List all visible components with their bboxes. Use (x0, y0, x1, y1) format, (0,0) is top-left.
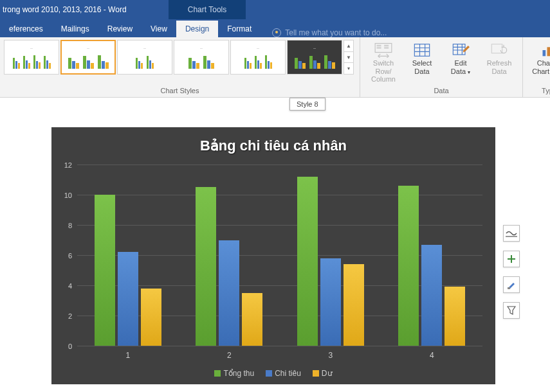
refresh-data-button: Refresh Data (480, 40, 518, 86)
funnel-icon (507, 306, 516, 315)
bar[interactable] (398, 186, 419, 346)
y-axis-label: 12 (64, 161, 72, 169)
chart-type-icon (540, 42, 550, 58)
layout-options-button[interactable] (503, 225, 520, 242)
chart-side-buttons (503, 225, 520, 319)
chart-styles-gallery: — — — — — — ▲ ▼ ▾ (4, 40, 356, 75)
tell-me-placeholder: Tell me what you want to do... (285, 28, 387, 37)
x-axis-label: 2 (227, 351, 232, 360)
legend-swatch (266, 370, 272, 377)
plot-area[interactable]: 0246810121234 (77, 165, 482, 346)
bar-group: 3 (280, 165, 381, 346)
title-bar: trong word 2010, 2013, 2016 - Word Chart… (0, 0, 550, 19)
tab-review[interactable]: Review (98, 21, 142, 37)
gallery-up-icon[interactable]: ▲ (344, 40, 353, 52)
chart-style-1[interactable]: — (4, 40, 59, 75)
legend-item[interactable]: Chi tiêu (266, 369, 301, 378)
edit-data-button[interactable]: Edit Data ▾ (441, 40, 480, 86)
y-axis-label: 10 (64, 192, 72, 199)
chart-styles-group: — — — — — — ▲ ▼ ▾ Chart Styles (0, 37, 360, 97)
dropdown-icon: ▾ (468, 69, 470, 75)
grid-edit-icon (452, 42, 470, 58)
chart-style-4[interactable]: — (174, 40, 229, 75)
tab-references[interactable]: eferences (0, 21, 52, 37)
tab-mailings[interactable]: Mailings (52, 21, 98, 37)
layout-icon (506, 229, 517, 238)
bar[interactable] (445, 287, 465, 346)
bar[interactable] (196, 187, 216, 346)
gallery-down-icon[interactable]: ▼ (344, 52, 353, 64)
plus-icon (507, 254, 516, 263)
bars-container: 1234 (77, 165, 482, 346)
svg-rect-2 (453, 44, 465, 55)
type-group-label: Type (527, 87, 550, 96)
tab-view[interactable]: View (142, 21, 176, 37)
select-data-button[interactable]: Select Data (403, 40, 441, 86)
chart-styles-button[interactable] (503, 276, 520, 293)
y-axis-label: 2 (68, 312, 72, 320)
chart-style-3[interactable]: — (117, 40, 172, 75)
select-label: Select Data (412, 59, 432, 75)
chart-styles-label: Chart Styles (4, 87, 356, 96)
chart-elements-button[interactable] (503, 251, 520, 267)
bar[interactable] (118, 252, 138, 346)
bar[interactable] (297, 177, 318, 346)
gallery-more-icon[interactable]: ▾ (344, 63, 353, 74)
tab-format[interactable]: Format (218, 21, 261, 37)
bar[interactable] (421, 245, 442, 346)
type-group: Change Chart Type Type (523, 37, 550, 97)
legend-item[interactable]: Tổng thu (214, 369, 254, 378)
document-title: trong word 2010, 2013, 2016 - Word (0, 5, 127, 14)
switch-row-column-button: Switch Row/ Column (364, 40, 403, 86)
switch-label: Switch Row/ Column (365, 59, 401, 84)
svg-rect-5 (547, 47, 551, 56)
bar[interactable] (242, 293, 262, 346)
chart-object[interactable]: Bảng chi tiêu cá nhân 0246810121234 Tổng… (51, 127, 495, 384)
bar-group: 4 (381, 165, 483, 346)
grid-icon (413, 42, 431, 58)
bar[interactable] (95, 195, 115, 346)
chart-title[interactable]: Bảng chi tiêu cá nhân (51, 127, 495, 154)
legend-label: Dư (322, 369, 333, 378)
legend-item[interactable]: Dư (313, 369, 333, 378)
x-axis-label: 4 (430, 351, 434, 360)
chart-filters-button[interactable] (503, 302, 520, 319)
chart-style-6[interactable]: — (287, 40, 342, 75)
bar[interactable] (344, 264, 364, 346)
y-axis-label: 6 (68, 252, 72, 260)
bar[interactable] (320, 258, 341, 346)
switch-icon (374, 42, 392, 58)
y-axis-label: 8 (68, 222, 72, 229)
tell-me-search[interactable]: Tell me what you want to do... (272, 28, 387, 37)
refresh-icon (490, 42, 508, 58)
chart-style-5[interactable]: — (230, 40, 286, 75)
bar-group: 1 (77, 165, 179, 346)
legend-label: Chi tiêu (275, 369, 301, 378)
tab-design[interactable]: Design (176, 21, 218, 37)
lightbulb-icon (272, 28, 281, 37)
chart-legend[interactable]: Tổng thuChi tiêuDư (51, 369, 495, 378)
x-axis-label: 3 (328, 351, 333, 360)
ribbon-tabs: eferences Mailings Review View Design Fo… (0, 19, 550, 37)
chart-tools-context-tab[interactable]: Chart Tools (169, 0, 246, 19)
svg-rect-10 (508, 287, 510, 289)
change-label: Change Chart Type (532, 59, 550, 75)
change-chart-type-button[interactable]: Change Chart Type (527, 40, 550, 78)
data-group: Switch Row/ Column Select Data Edit Data… (360, 37, 523, 97)
chart-style-2[interactable]: — (60, 40, 116, 75)
document-workspace: Bảng chi tiêu cá nhân 0246810121234 Tổng… (0, 98, 550, 384)
svg-rect-3 (491, 44, 502, 53)
data-group-label: Data (364, 87, 518, 96)
bar[interactable] (141, 289, 161, 346)
bar-group: 2 (179, 165, 280, 346)
gridline: 0 (77, 346, 482, 346)
x-axis-label: 1 (125, 351, 130, 360)
svg-rect-4 (543, 50, 546, 56)
y-axis-label: 0 (68, 343, 72, 350)
bar[interactable] (219, 240, 239, 346)
gallery-expand: ▲ ▼ ▾ (344, 40, 354, 75)
legend-swatch (313, 370, 319, 377)
svg-rect-1 (414, 44, 429, 57)
refresh-label: Refresh Data (487, 59, 512, 75)
legend-label: Tổng thu (223, 369, 254, 378)
